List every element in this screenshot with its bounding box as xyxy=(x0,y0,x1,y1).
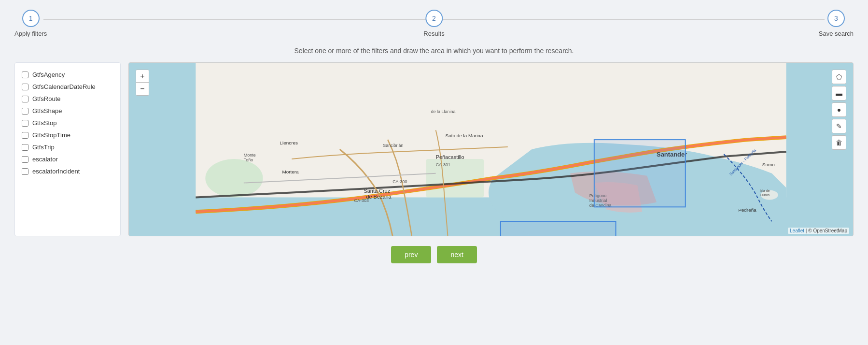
filter-checkbox-f7[interactable] xyxy=(22,144,28,151)
svg-text:Somo: Somo xyxy=(762,162,775,167)
stepper: 1 Apply filters 2 Results 3 Save search xyxy=(14,10,854,37)
step-3-label: Save search xyxy=(819,30,854,37)
page-wrapper: 1 Apply filters 2 Results 3 Save search … xyxy=(0,0,868,345)
step-1-circle: 1 xyxy=(22,10,40,27)
filter-panel: GtfsAgencyGtfsCalendarDateRuleGtfsRouteG… xyxy=(14,62,121,236)
filter-label-f3: GtfsRoute xyxy=(32,95,61,102)
step-2-circle: 2 xyxy=(425,10,443,27)
svg-text:de la Llanina: de la Llanina xyxy=(431,109,456,114)
next-button[interactable]: next xyxy=(437,246,476,263)
svg-text:Isla de: Isla de xyxy=(760,189,770,192)
svg-text:Toño: Toño xyxy=(244,158,253,162)
edit-shapes-button[interactable]: ✎ xyxy=(832,119,846,133)
filter-checkbox-f9[interactable] xyxy=(22,168,28,175)
svg-text:Peñacastillo: Peñacastillo xyxy=(436,154,464,160)
step-3: 3 Save search xyxy=(819,10,854,37)
svg-rect-33 xyxy=(501,221,616,236)
draw-circle-button[interactable]: ● xyxy=(832,102,846,117)
filter-item-f2[interactable]: GtfsCalendarDateRule xyxy=(21,81,114,93)
filter-item-f6[interactable]: GtfsStopTime xyxy=(21,129,114,141)
filter-checkbox-f6[interactable] xyxy=(22,132,28,139)
svg-text:Pedreña: Pedreña xyxy=(738,207,756,213)
draw-polygon-button[interactable]: ⬠ xyxy=(832,70,846,84)
filter-label-f5: GtfsStop xyxy=(32,119,57,127)
svg-rect-5 xyxy=(426,159,484,198)
filter-item-f1[interactable]: GtfsAgency xyxy=(21,69,114,81)
filter-checkbox-f1[interactable] xyxy=(22,72,28,78)
map-image: Peñacastillo Camargo Marinas Santander S… xyxy=(129,63,853,236)
step-3-circle: 3 xyxy=(827,10,845,27)
filter-checkbox-f4[interactable] xyxy=(22,108,28,115)
prev-button[interactable]: prev xyxy=(391,246,431,263)
filter-label-f7: GtfsTrip xyxy=(32,144,55,151)
filter-checkbox-f5[interactable] xyxy=(22,120,28,127)
filter-label-f9: escalatorIncident xyxy=(32,168,80,175)
leaflet-link[interactable]: Leaflet xyxy=(790,228,804,233)
filter-checkbox-f2[interactable] xyxy=(22,84,28,90)
filter-item-f4[interactable]: GtfsShape xyxy=(21,105,114,117)
map-attribution: Leaflet | © OpenStreetMap xyxy=(788,228,849,234)
svg-text:Cubos: Cubos xyxy=(760,193,770,197)
delete-shapes-button[interactable]: 🗑 xyxy=(832,135,846,150)
step-1: 1 Apply filters xyxy=(14,10,47,37)
svg-text:CA-300: CA-300 xyxy=(392,179,407,184)
svg-text:Liencres: Liencres xyxy=(280,140,298,145)
instruction-text: Select one or more of the filters and dr… xyxy=(14,47,854,55)
filter-item-f8[interactable]: escalator xyxy=(21,153,114,165)
main-content: GtfsAgencyGtfsCalendarDateRuleGtfsRouteG… xyxy=(14,62,854,236)
map-draw-tools: ⬠ ▬ ● ✎ 🗑 xyxy=(832,70,846,150)
filter-label-f6: GtfsStopTime xyxy=(32,131,70,139)
svg-text:CA-303: CA-303 xyxy=(354,198,369,203)
svg-text:Monte: Monte xyxy=(244,153,256,158)
step-2: 2 Results xyxy=(423,10,444,37)
svg-text:Santa Cruz: Santa Cruz xyxy=(364,188,390,194)
svg-text:Sancibrián: Sancibrián xyxy=(383,143,403,148)
step-1-label: Apply filters xyxy=(14,30,47,37)
svg-point-2 xyxy=(205,159,263,198)
filter-item-f5[interactable]: GtfsStop xyxy=(21,117,114,129)
draw-rectangle-button[interactable]: ▬ xyxy=(832,86,846,101)
filter-checkbox-f8[interactable] xyxy=(22,156,28,163)
filter-checkbox-f3[interactable] xyxy=(22,96,28,102)
filter-label-f2: GtfsCalendarDateRule xyxy=(32,83,96,90)
filter-item-f7[interactable]: GtfsTrip xyxy=(21,141,114,153)
map-container[interactable]: Peñacastillo Camargo Marinas Santander S… xyxy=(128,62,854,236)
zoom-out-button[interactable]: − xyxy=(136,83,149,95)
filter-label-f1: GtfsAgency xyxy=(32,71,65,78)
zoom-in-button[interactable]: + xyxy=(136,70,149,83)
osm-text: © OpenStreetMap xyxy=(808,228,847,233)
svg-text:de Bezana: de Bezana xyxy=(366,194,392,200)
map-zoom-controls: + − xyxy=(136,70,149,96)
step-2-label: Results xyxy=(423,30,444,37)
svg-text:CA-301: CA-301 xyxy=(436,162,450,167)
filter-item-f9[interactable]: escalatorIncident xyxy=(21,165,114,177)
filter-label-f8: escalator xyxy=(32,156,58,163)
svg-text:Mortera: Mortera xyxy=(282,169,299,174)
filter-label-f4: GtfsShape xyxy=(32,107,62,115)
svg-rect-32 xyxy=(594,140,686,207)
svg-text:Soto de la Marina: Soto de la Marina xyxy=(446,133,483,138)
filter-item-f3[interactable]: GtfsRoute xyxy=(21,93,114,105)
nav-buttons: prev next xyxy=(14,246,854,263)
